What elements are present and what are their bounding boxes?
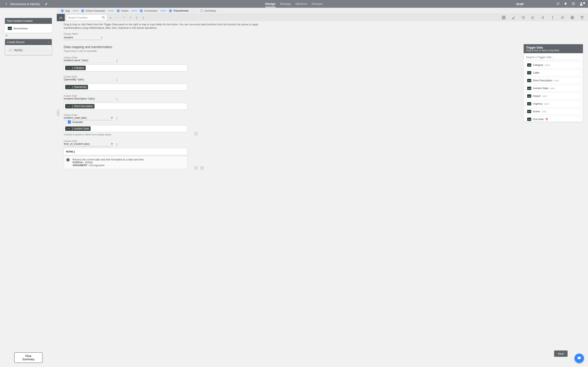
profile-icon[interactable] <box>579 2 586 6</box>
argument-value: No Argument <box>89 164 104 167</box>
column-field-label: Column Field <box>64 75 248 78</box>
section-subtitle: Drag & drop or click to map fields <box>64 50 248 52</box>
formula-input[interactable]: NOW( ) <box>64 148 187 155</box>
tab-design[interactable]: Design <box>265 2 276 7</box>
mapped-chip[interactable]: now| Category <box>65 66 86 70</box>
svg-rect-6 <box>502 16 505 19</box>
trigger-field-item[interactable]: nowCategory(abc) <box>525 62 581 68</box>
op-lparen[interactable]: ( <box>134 16 139 19</box>
misc-funcs-icon[interactable] <box>579 15 585 20</box>
mapping-dropzone[interactable]: now| Category <box>64 64 187 71</box>
mapping-dropzone[interactable]: now| Incident State <box>64 125 187 132</box>
remove-field-button[interactable]: − <box>194 132 198 135</box>
step-connection[interactable]: Connection <box>140 9 158 12</box>
fx-icon[interactable]: ƒx <box>57 14 65 21</box>
section-title: Data mapping and transformation <box>64 45 248 49</box>
evaluate-checkbox[interactable]: ✓ Evaluate <box>68 120 83 124</box>
trigger-card-title: New Incident Created <box>7 19 33 22</box>
time-funcs-icon[interactable] <box>521 15 526 20</box>
op-minus[interactable]: - <box>115 16 120 19</box>
trigger-field-item[interactable]: nowImpact(abc) <box>525 93 581 99</box>
mysql-icon <box>9 48 12 52</box>
action-card[interactable]: Create Record ⋮ MySQL <box>5 39 52 55</box>
trigger-field-item[interactable]: nowIncident State(abc) <box>525 85 581 92</box>
column-field-select[interactable]: time_of_incident (abc)▾ <box>64 142 113 146</box>
trigger-field-item[interactable]: nowShort Description(abc) <box>525 77 581 84</box>
trigger-field-item[interactable]: nowDue Date📅 <box>525 116 581 122</box>
step-action[interactable]: Action <box>117 9 129 12</box>
step-summary[interactable]: Summary <box>200 9 216 12</box>
function-search[interactable]: Search Function <box>67 15 107 20</box>
op-div[interactable]: / <box>128 16 133 19</box>
card-menu-icon[interactable]: ⋮ <box>47 41 50 44</box>
mapping-field: Column Field Incident Description *(abc)… <box>64 95 248 110</box>
argument-label: ARGUMENT : <box>72 164 89 167</box>
field-menu-icon[interactable]: ⋮ <box>115 143 118 147</box>
step-transformer[interactable]: Transformer <box>169 9 189 12</box>
field-menu-icon[interactable]: ⋮ <box>115 78 118 82</box>
left-sidebar: New Incident Created now ServiceNow Crea… <box>0 14 57 367</box>
angle-funcs-icon[interactable] <box>511 15 516 20</box>
op-plus[interactable]: + <box>108 16 113 19</box>
column-field-value[interactable]: OpenedBy *(abc) <box>64 78 113 82</box>
mapped-chip[interactable]: now| Incident State <box>65 126 91 131</box>
evaluate-label: Evaluate <box>72 120 83 124</box>
stats-funcs-icon[interactable] <box>530 15 536 20</box>
tab-manage[interactable]: Manage <box>280 2 291 6</box>
flow-summary-button[interactable]: Flow Summary <box>14 352 43 363</box>
mapped-chip[interactable]: now| Short Description <box>65 104 95 108</box>
field-menu-icon[interactable]: ⋮ <box>115 117 118 120</box>
svg-rect-3 <box>584 2 584 3</box>
field-menu-icon[interactable]: ⋮ <box>115 59 118 63</box>
edit-icon[interactable] <box>44 2 48 6</box>
trigger-field-list: nowCategory(abc) nowCaller nowShort Desc… <box>524 60 583 122</box>
trigger-search-input[interactable] <box>526 54 580 60</box>
open-external-icon[interactable] <box>556 2 560 6</box>
tab-recipes[interactable]: Recipes <box>311 2 323 6</box>
mapping-field: Column Field incident_state (abc)▾ ⋮ ✓ E… <box>64 114 248 136</box>
mapping-dropzone[interactable]: now| Short Description <box>64 103 187 110</box>
bell-icon[interactable] <box>563 2 568 6</box>
back-icon[interactable] <box>4 2 9 6</box>
grid-funcs-icon[interactable] <box>501 15 506 20</box>
mapping-dropzone[interactable]: now| Opened By <box>64 83 187 91</box>
column-field-value[interactable]: Incident name *(abc) <box>64 59 113 63</box>
mapping-field: Column Field Incident name *(abc) ⋮ now|… <box>64 56 248 71</box>
geo-funcs-icon[interactable] <box>570 15 575 20</box>
svg-point-9 <box>562 17 563 18</box>
action-app-label: MySQL <box>14 49 23 52</box>
chat-button[interactable] <box>575 354 584 363</box>
choose-table-select[interactable]: Incident ▾ <box>64 35 103 40</box>
text-funcs-icon[interactable] <box>540 15 545 20</box>
help-icon[interactable] <box>571 2 575 6</box>
logic-funcs-icon[interactable] <box>560 15 565 20</box>
trigger-field-item[interactable]: nowActive(T/F) <box>525 108 581 115</box>
field-menu-icon[interactable]: ⋮ <box>115 98 118 101</box>
remove-field-button[interactable]: − <box>194 166 198 170</box>
syntax-label: SYNTAX : <box>72 161 84 164</box>
op-mult[interactable]: * <box>121 16 126 19</box>
function-desc: Returns the current date and time format… <box>72 158 144 161</box>
op-rparen[interactable]: ) <box>141 16 146 19</box>
save-button[interactable]: Save <box>554 350 568 357</box>
servicenow-icon: now <box>8 27 12 30</box>
info-funcs-icon[interactable] <box>550 15 555 20</box>
app-bar: Servicenow to MySQL Design Manage Observ… <box>0 0 588 8</box>
syntax-value: NOW() <box>85 161 93 164</box>
add-field-button[interactable]: + <box>200 166 204 170</box>
trigger-card[interactable]: New Incident Created now ServiceNow <box>5 18 52 33</box>
search-icon <box>102 16 105 19</box>
trigger-field-item[interactable]: nowCaller <box>525 69 581 76</box>
step-action-execution[interactable]: Action Execution <box>81 9 105 12</box>
tab-observe[interactable]: Observe <box>296 2 307 6</box>
column-field-select[interactable]: incident_state (abc)▾ <box>64 116 113 120</box>
status-badge: Draft <box>516 2 523 6</box>
step-app[interactable]: App <box>61 9 70 12</box>
mapped-chip[interactable]: now| Opened By <box>65 85 88 89</box>
trigger-field-item[interactable]: nowUrgency(abc) <box>525 100 581 107</box>
step-row: App Action Execution Action Connection T… <box>57 8 588 14</box>
column-field-value[interactable]: Incident Description *(abc) <box>64 97 113 101</box>
column-field-label: Column Field <box>64 140 248 142</box>
action-app-row: MySQL <box>7 47 50 53</box>
trigger-panel-sub: Drag & drop or click to map fields <box>526 49 580 52</box>
